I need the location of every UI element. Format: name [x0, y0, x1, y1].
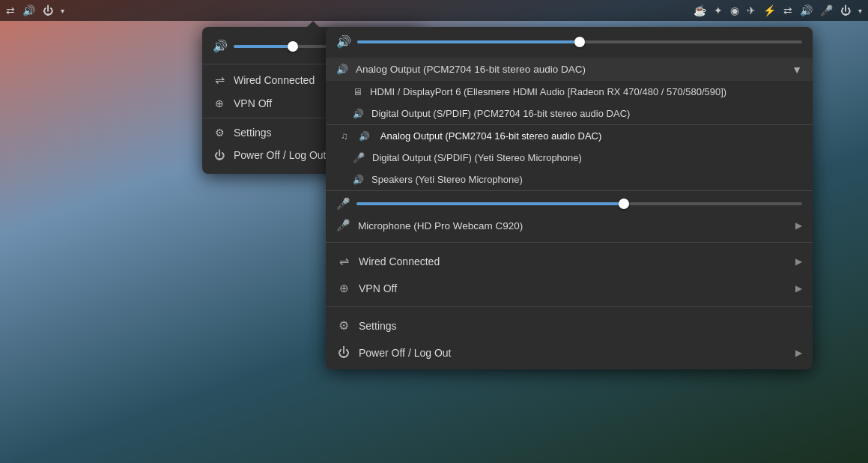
topbar-volume-icon-left[interactable]: 🔊 [22, 4, 35, 16]
monitor-icon-hdmi: 🖥 [353, 86, 362, 97]
input-volume-row: 🎤 [326, 191, 813, 214]
topbar-network-icon-right[interactable]: ⇄ [783, 4, 792, 16]
mic-device-label: Microphone (HD Pro Webcam C920) [358, 220, 788, 232]
topbar-telegram-icon[interactable]: ✈ [747, 4, 756, 16]
mic-icon-digital-yeti: 🎤 [353, 152, 365, 163]
settings-icon: ⚙ [213, 127, 226, 139]
large-menu-separator-1 [326, 242, 813, 243]
topbar-screen-icon[interactable]: ⇄ [6, 4, 15, 16]
large-wired-label: Wired Connected [359, 255, 788, 267]
dropdown-arrow-icon: ▼ [792, 64, 802, 76]
audio-card-icon-analog: 🔊 [359, 131, 370, 142]
output-device-speakers-yeti[interactable]: 🔊 Speakers (Yeti Stereo Microphone) [326, 169, 813, 190]
output-device-digital[interactable]: 🔊 Digital Output (S/PDIF) (PCM2704 16-bi… [326, 103, 813, 124]
note-icon-analog: ♫ [341, 130, 348, 142]
hdmi-label: HDMI / DisplayPort 6 (Ellesmere HDMI Aud… [370, 86, 726, 97]
large-system-menu: 🔊 🔊 Analog Output (PCM2704 16-bit stereo… [326, 27, 813, 369]
topbar: ⇄ 🔊 ⏻ ▾ ☕ ✦ ◉ ✈ ⚡ ⇄ 🔊 🎤 ⏻ ▾ [0, 0, 868, 21]
topbar-dropdown-right[interactable]: ▾ [858, 7, 862, 15]
speakers-yeti-label: Speakers (Yeti Stereo Microphone) [371, 174, 523, 185]
output-device-digital-yeti[interactable]: 🎤 Digital Output (S/PDIF) (Yeti Stereo M… [326, 147, 813, 169]
large-wired-arrow: ▶ [795, 256, 802, 267]
large-vpn-label: VPN Off [359, 282, 788, 294]
settings-icon-large: ⚙ [336, 318, 351, 333]
output-speaker-icon: 🔊 [336, 34, 351, 49]
input-volume-slider[interactable] [356, 202, 802, 205]
digital-yeti-label: Digital Output (S/PDIF) (Yeti Stereo Mic… [372, 152, 582, 163]
large-menu-item-power[interactable]: ⏻ Power Off / Log Out ▶ [326, 339, 813, 366]
topbar-slack-icon[interactable]: ✦ [714, 4, 723, 16]
small-speaker-icon: 🔊 [213, 39, 228, 53]
power-icon-large: ⏻ [336, 346, 351, 360]
topbar-mic-icon-right[interactable]: 🎤 [820, 4, 833, 16]
output-device-selected[interactable]: 🔊 Analog Output (PCM2704 16-bit stereo a… [326, 58, 813, 81]
audio-card-icon-digital: 🔊 [353, 109, 364, 119]
topbar-discord-icon[interactable]: ◉ [730, 4, 739, 16]
topbar-power-icon-right[interactable]: ⏻ [840, 4, 851, 16]
output-device-hdmi[interactable]: 🖥 HDMI / DisplayPort 6 (Ellesmere HDMI A… [326, 81, 813, 103]
output-volume-row: 🔊 [326, 27, 813, 58]
vpn-icon-large: ⊕ [336, 282, 351, 295]
topbar-dropdown-left[interactable]: ▾ [61, 7, 64, 15]
topbar-left-icons: ⇄ 🔊 ⏻ ▾ [6, 4, 64, 16]
mic-icon-device: 🎤 [336, 219, 350, 232]
network-icon-large: ⇌ [336, 254, 351, 268]
selected-device-label: Analog Output (PCM2704 16-bit stereo aud… [356, 64, 586, 75]
power-icon: ⏻ [213, 149, 226, 161]
network-icon: ⇌ [213, 73, 226, 87]
large-vpn-arrow: ▶ [795, 283, 802, 294]
topbar-coffee-icon[interactable]: ☕ [694, 4, 706, 16]
large-menu-separator-2 [326, 306, 813, 307]
audio-card-icon-selected: 🔊 [336, 64, 348, 75]
topbar-right-icons: ☕ ✦ ◉ ✈ ⚡ ⇄ 🔊 🎤 ⏻ ▾ [694, 4, 862, 16]
large-menu-item-vpn[interactable]: ⊕ VPN Off ▶ [326, 275, 813, 302]
vpn-icon: ⊕ [213, 97, 226, 109]
mic-device-row[interactable]: 🎤 Microphone (HD Pro Webcam C920) ▶ [326, 214, 813, 237]
large-settings-label: Settings [359, 320, 802, 332]
large-power-arrow: ▶ [795, 348, 802, 358]
mic-device-arrow: ▶ [795, 220, 802, 231]
output-device-analog[interactable]: ♫ 🔊 Analog Output (PCM2704 16-bit stereo… [326, 125, 813, 147]
digital-label: Digital Output (S/PDIF) (PCM2704 16-bit … [371, 108, 630, 119]
analog-label: Analog Output (PCM2704 16-bit stereo aud… [380, 130, 602, 142]
topbar-power-icon-left[interactable]: ⏻ [43, 4, 53, 16]
large-power-label: Power Off / Log Out [359, 347, 788, 359]
output-volume-slider[interactable] [357, 40, 802, 43]
large-menu-item-wired[interactable]: ⇌ Wired Connected ▶ [326, 247, 813, 275]
large-menu-item-settings[interactable]: ⚙ Settings [326, 312, 813, 339]
topbar-volume-icon-right[interactable]: 🔊 [800, 4, 813, 16]
topbar-flame-icon[interactable]: ⚡ [763, 4, 776, 16]
mic-icon-volume: 🎤 [336, 197, 350, 211]
speaker-icon-yeti: 🔊 [353, 175, 364, 185]
